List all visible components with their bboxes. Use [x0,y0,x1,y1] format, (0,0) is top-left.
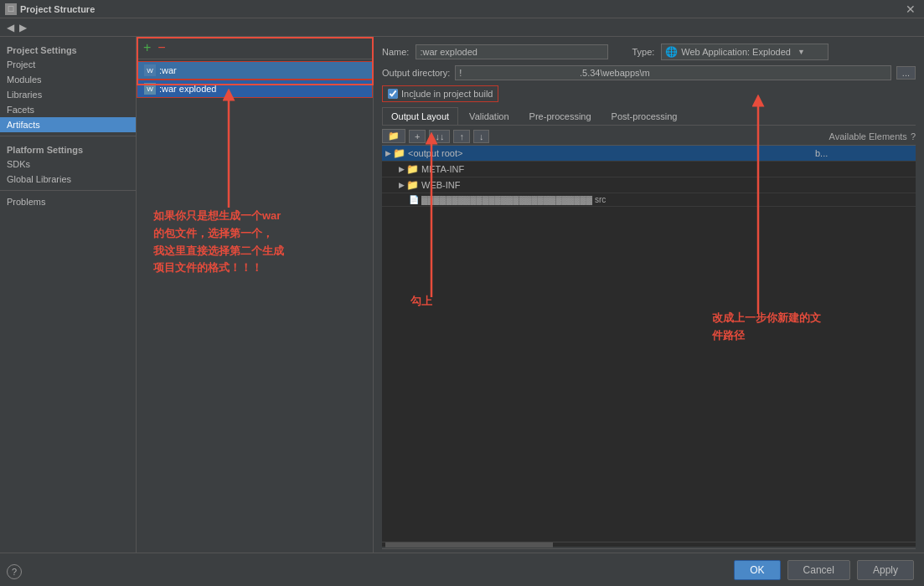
main-layout: Project Settings Project Modules Librari… [0,37,924,571]
artifact-war-exploded-label: :war exploded [159,84,217,94]
artifact-toolbar: + − [137,37,373,59]
output-toolbar: 📁 + ↓↓ ↑ ↓ Available Elements ? [382,126,916,146]
sidebar-item-project[interactable]: Project [0,57,136,72]
type-label: Type: [632,47,654,57]
type-value: Web Application: Exploded [681,47,791,57]
war-icon: W [144,64,156,76]
sidebar-divider [0,136,136,136]
tab-validation[interactable]: Validation [460,107,519,125]
help-button[interactable]: ? [7,564,22,579]
name-input[interactable] [416,44,608,59]
tree-right-output-root: b... [812,148,912,158]
tree-row-src[interactable]: 📄 ▓▓▓▓▓▓▓▓▓▓▓▓▓▓▓▓▓▓▓▓▓▓▓▓▓▓▓▓ src [382,193,916,207]
tree-label-meta-inf: META-INF [421,164,812,174]
bottom-bar: OK Cancel Apply [0,553,924,586]
tree-row-output-root[interactable]: ▶ 📁 <output root> b... [382,146,916,162]
ok-button[interactable]: OK [734,560,780,580]
tree-arrow-meta-inf: ▶ [399,165,405,173]
folder-icon-output-root: 📁 [393,147,405,159]
horizontal-scrollbar[interactable] [382,542,916,547]
title-bar: ☐ Project Structure ✕ [0,0,924,18]
output-tree[interactable]: ▶ 📁 <output root> b... ▶ 📁 META-INF ▶ 📁 … [382,146,916,542]
sidebar-item-sdks[interactable]: SDKs [0,157,136,172]
sidebar-item-problems[interactable]: Problems [0,194,136,209]
tab-pre-processing[interactable]: Pre-processing [520,107,601,125]
file-icon-src: 📄 [409,195,419,204]
project-settings-label: Project Settings [0,40,136,57]
tree-label-output-root: <output root> [408,148,812,158]
move-down2-button[interactable]: ↓ [473,130,490,143]
artifact-panel: + − W :war W :war exploded [137,37,374,571]
tree-row-meta-inf[interactable]: ▶ 📁 META-INF [382,162,916,177]
platform-settings-label: Platform Settings [0,140,136,157]
title-text: Project Structure [20,4,902,14]
output-dir-input[interactable] [455,65,891,80]
sidebar-item-libraries[interactable]: Libraries [0,87,136,102]
available-elements-label: Available Elements [829,131,907,141]
output-row: Output directory: ... [382,65,916,80]
include-row: Include in project build [382,85,498,102]
remove-artifact-button[interactable]: − [156,40,167,55]
output-dir-label: Output directory: [382,68,450,78]
help-icon: ? [12,567,17,577]
artifact-war-label: :war [159,65,177,75]
include-label: Include in project build [401,89,493,99]
create-dir-button[interactable]: 📁 [382,129,405,143]
name-label: Name: [382,47,409,57]
add-artifact-button[interactable]: + [142,40,152,55]
browse-button[interactable]: ... [896,66,916,80]
artifact-item-war[interactable]: W :war [137,61,373,80]
folder-icon-meta-inf: 📁 [406,163,419,175]
sidebar-item-facets[interactable]: Facets [0,102,136,117]
app-icon: ☐ [5,3,17,15]
tab-post-processing[interactable]: Post-processing [602,107,687,125]
folder-icon-web-inf: 📁 [406,179,419,191]
sidebar-item-artifacts[interactable]: Artifacts [0,117,136,132]
right-panel: Name: Type: 🌐 Web Application: Exploded … [374,37,924,571]
tree-row-web-inf[interactable]: ▶ 📁 WEB-INF [382,177,916,193]
close-button[interactable]: ✕ [902,3,919,16]
nav-back-button[interactable]: ◀ [7,22,14,33]
sidebar-divider-2 [0,190,136,191]
apply-button[interactable]: Apply [857,560,914,580]
tree-arrow-web-inf: ▶ [399,181,405,189]
move-up-button[interactable]: ↑ [453,130,470,143]
sidebar-item-global-libraries[interactable]: Global Libraries [0,172,136,187]
include-checkbox[interactable] [388,89,398,99]
artifact-item-war-exploded[interactable]: W :war exploded [137,80,373,98]
tree-label-src: ▓▓▓▓▓▓▓▓▓▓▓▓▓▓▓▓▓▓▓▓▓▓▓▓▓▓▓▓ src [421,195,812,204]
war-exploded-icon: W [144,83,156,95]
name-type-row: Name: Type: 🌐 Web Application: Exploded … [382,44,916,60]
cancel-button[interactable]: Cancel [787,560,850,580]
type-dropdown-arrow: ▼ [798,48,805,56]
available-help-icon[interactable]: ? [911,131,916,141]
tree-label-web-inf: WEB-INF [421,180,812,190]
type-select[interactable]: 🌐 Web Application: Exploded ▼ [661,44,829,60]
add-element-button[interactable]: + [409,130,426,143]
artifact-list: W :war W :war exploded [137,59,373,571]
tabs-row: Output Layout Validation Pre-processing … [382,107,916,126]
sidebar: Project Settings Project Modules Librari… [0,37,137,571]
nav-toolbar: ◀ ▶ [0,18,924,37]
move-down-button[interactable]: ↓↓ [429,130,450,143]
tree-arrow-output-root: ▶ [385,149,391,157]
tab-output-layout[interactable]: Output Layout [382,107,458,125]
type-icon: 🌐 [665,46,678,58]
nav-forward-button[interactable]: ▶ [19,22,27,33]
sidebar-item-modules[interactable]: Modules [0,72,136,87]
